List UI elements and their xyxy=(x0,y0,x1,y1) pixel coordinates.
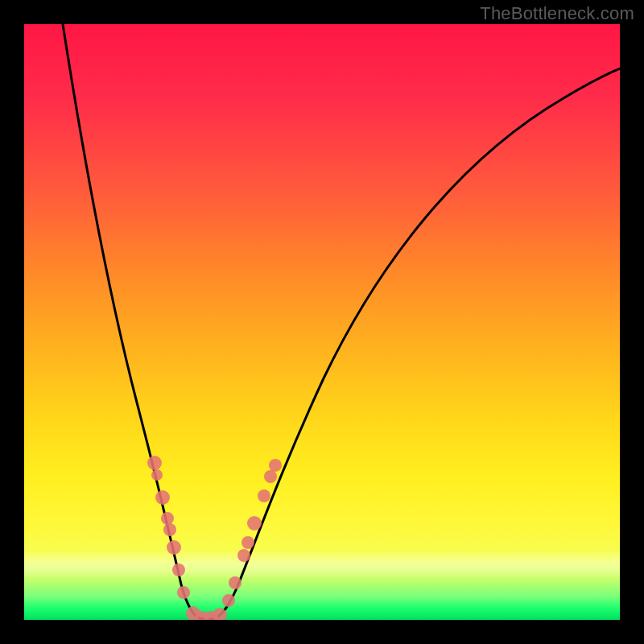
data-point xyxy=(177,586,190,599)
data-point xyxy=(222,594,235,607)
watermark-text: TheBottleneck.com xyxy=(480,3,634,24)
data-point xyxy=(237,549,250,562)
data-point xyxy=(264,470,277,483)
plot-area xyxy=(24,24,620,620)
data-point xyxy=(247,516,262,530)
chart-frame: TheBottleneck.com xyxy=(0,0,644,644)
data-point xyxy=(242,536,254,549)
data-point xyxy=(155,490,170,505)
data-point xyxy=(147,456,162,470)
data-point xyxy=(151,469,163,481)
data-point xyxy=(163,523,176,536)
right-curve xyxy=(216,68,620,618)
data-point xyxy=(167,540,181,555)
marker-group xyxy=(147,456,282,620)
left-curve xyxy=(63,24,200,618)
data-point xyxy=(172,564,185,576)
data-point xyxy=(258,489,270,502)
data-point xyxy=(161,512,174,525)
data-point xyxy=(269,459,282,472)
data-point xyxy=(229,576,242,589)
chart-svg xyxy=(24,24,620,620)
